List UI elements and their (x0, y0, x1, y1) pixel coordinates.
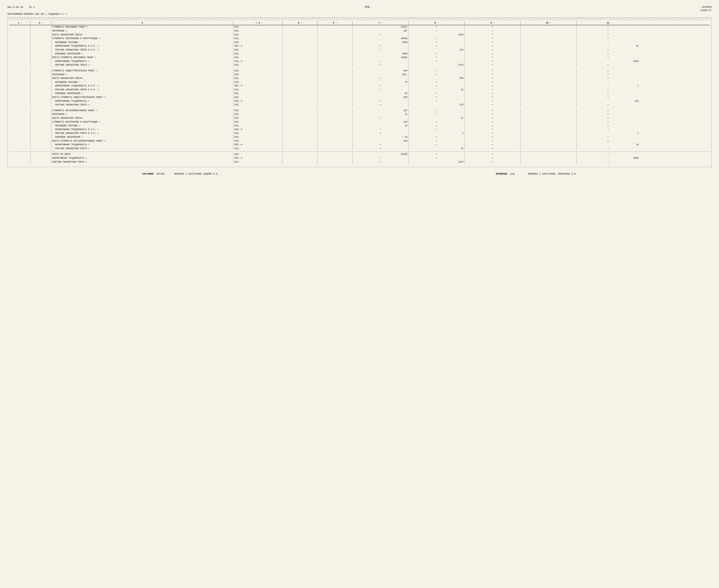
compiled-block: СОСТАВИЛ МЛ/08/ ИНЖЕНЕР 2 КАТЕГОРИИ ХОДО… (142, 173, 219, 175)
table-row: МАТЕРИАЛЫ = Руб. 11 • • • (9, 112, 710, 116)
col-header-8: 8 : (409, 21, 465, 25)
table-row: СТОИМОСТЬ МЕТАЛЛОМОНТАЖНЫХ РАБОТ = Руб. … (9, 109, 710, 113)
table-row: НАКЛАДНЫЕ РАСХОДЫ = Руб. 1004 • • • (9, 41, 710, 44)
table-row: СМЕТНАЯ ЗАРАБОТНАЯ ПЛАТА В Н.Р. = Руб. •… (9, 48, 710, 52)
table-row: ВСЕГО,СТОИМОСТЬ МЕТАЛЛОМОНТАЖНЫХ РАБОТ =… (9, 139, 710, 143)
table-row: ПЛАНОВЫЕ НАКОПЛЕНИЯ = Руб. 43 • • • (9, 92, 710, 96)
compiled-signature: МЛ/08/ (157, 173, 171, 175)
header-right: 1020839 24060-07 (700, 5, 712, 12)
sheet-label: Лл 4 (29, 6, 35, 9)
checked-title: ИНЖЕНЕР 1 КАТЕГОРИИ. БОРИСОВА Л.М. (528, 173, 577, 175)
checked-signature: Ьо§ (510, 173, 525, 175)
table-row: СМЕТНАЯ ЗАРАБОТНАЯ ПЛАТА В Н.Р. = Руб. •… (9, 131, 710, 135)
col-header-1: 1 : (9, 21, 30, 25)
table-row: СМЕТНАЯ ЗАРАБОТНАЯ ПЛАТА = Руб. " 1576 •… (9, 63, 710, 67)
section-gap-2 (9, 107, 710, 109)
header-divider (7, 18, 712, 18)
checked-label: ПРОВЕРИЛ (496, 173, 507, 175)
page-container: 901-6-98 89 Лл 4 -55- 1020839 24060-07 П… (7, 5, 712, 175)
doc-number: 901-6-98 89 (7, 6, 23, 9)
table-row: НАКЛАДНЫЕ РАСХОДЫ = Руб. 76 • • • (9, 80, 710, 84)
table-row: СТОИМОСТЬ МАТЕРИАЛОВ И КОНСТРУКЦИИ = Руб… (9, 37, 710, 41)
table-row: ПЛАНОВЫЕ НАКОПЛЕНИЯ = Руб. \ 16 • • • (9, 135, 710, 139)
col-header-9: 9 : (465, 21, 521, 25)
totals-row-1: ИТОГО ПО СМЕТЕ Руб. 18348 • • • (9, 152, 710, 156)
table-row: МАТЕРИАЛЫ = Руб. 187 • • • (9, 29, 710, 33)
section-1: СТОИМОСТЬ МОНТАЖНЫХ РАБОТ = Руб. 12587 •… (9, 25, 710, 67)
table-row: НОРМАТИВНАЯ ТРУДОЕМКОСТЬ = ЧЕЛ.-Ч • • • … (9, 60, 710, 63)
totals-row-3: СМЕТНАЯ ЗАРАБОТНАЯ ПЛАТА = Руб. • 1870 •… (9, 160, 710, 164)
checked-block: ПРОВЕРИЛ Ьо§ ИНЖЕНЕР 1 КАТЕГОРИИ. БОРИСО… (496, 173, 577, 175)
table-row: СМЕТНАЯ ЗАРАБОТНАЯ ПЛАТА = Руб. • 15 • • (9, 147, 710, 151)
table-row: ВСЕГО,СТОИМОСТЬ МОНТАЖНЫХ РАБОТ = Руб. 1… (9, 56, 710, 60)
table-row: ВСЕГО ЗАРАБОТНАЯ ПЛАТА= Руб. • 266 • • (9, 77, 710, 80)
totals-section: ИТОГО ПО СМЕТЕ Руб. 18348 • • • НОРМАТИВ… (9, 151, 710, 164)
col-header-10: 10 : (520, 21, 577, 25)
section-gap-1 (9, 67, 710, 69)
table-row: СТОИМОСТЬ МОНТАЖНЫХ РАБОТ = Руб. 12587 •… (9, 25, 710, 29)
col-header-4: : / 4 : (233, 21, 283, 25)
table-row: СТОИМОСТЬ ОБЩЕСТРОИТЕЛЬНЫХ РАБОТ = Руб. … (9, 69, 710, 73)
col-header-5: 5 : (283, 21, 317, 25)
section-2: СТОИМОСТЬ ОБЩЕСТРОИТЕЛЬНЫХ РАБОТ = Руб. … (9, 69, 710, 107)
table-row: НОРМАТИВНАЯ ТРУДОЕМКОСТЬ В Н.Р. = ЧЕЛ.-Ч… (9, 128, 710, 132)
table-row: ПЛАНОВЫЕ НАКОПЛЕНИЯ = Руб. 1090 • • • (9, 52, 710, 56)
compiled-title: ИНЖЕНЕР 2 КАТЕГОРИИ ХОДОЯН М.б. (174, 173, 219, 175)
col-header-7: 7 : (353, 21, 409, 25)
table-row: СТОИМОСТЬ МАТЕРИАЛОВ И КОНСТРУКЦИИ = Руб… (9, 120, 710, 124)
sub-id: 24060-07 (700, 9, 712, 12)
table-row: СМЕТНАЯ ЗАРАБОТНАЯ ПЛАТА = Руб. ,• 279 •… (9, 103, 710, 107)
table-row: НАКЛАДНЫЕ РАСХОДЫ = Руб. 16 • • • (9, 124, 710, 128)
col-header-2: 2 : (30, 21, 52, 25)
table-row: НОРМАТИВНАЯ ТРУДОЕМКОСТЬ = ЧЕЛ.-Ч • • • … (9, 99, 710, 103)
main-table: 1 : 2 : 3 : / 4 : 5 : 6 : 7 : 8 : 9 : 10… (7, 20, 712, 167)
table-row: ВСЕГО ЗАРАБОТНАЯ ПЛАТА= Руб. • 1394 • • (9, 33, 710, 37)
page-number: -55- (363, 5, 371, 9)
table-row: НОРМАТИВНАЯ ТРУДОЕМКОСТЬ = ЧЕЛ.-Ч • • • … (9, 143, 710, 147)
table-row: НОРМАТИВНАЯ ТРУДОЕМКОСТЬ В Н.Р. = ЧЕЛ.-Ч… (9, 44, 710, 48)
col-header-11: 11 (577, 21, 640, 25)
signature-section: СОСТАВИЛ МЛ/08/ ИНЖЕНЕР 2 КАТЕГОРИИ ХОДО… (7, 173, 712, 175)
table-row: ВСЕГО,СТОИМОСТЬ ОБЩЕСТРОИТЕЛЬНЫХ РАБОТ =… (9, 96, 710, 99)
header-left: 901-6-98 89 Лл 4 (7, 5, 35, 9)
table-row: ВСЕГО ЗАРАБОТНАЯ ПЛАТА= Руб. • 12 • • (9, 116, 710, 120)
compiled-label: СОСТАВИЛ (142, 173, 153, 175)
table-row: НОРМАТИВНАЯ ТРУДОЕМКОСТЬ В Н.Р. = ЧЕЛ.-Ч… (9, 84, 710, 88)
system-id: 1020839 (700, 5, 712, 9)
col-header-6: 6 : (317, 21, 353, 25)
section-3: СТОИМОСТЬ МЕТАЛЛОМОНТАЖНЫХ РАБОТ = Руб. … (9, 109, 710, 151)
table-row: МАТЕРИАЛЫ = Руб. 198. • • • (9, 73, 710, 77)
subtitle: ПРОГРАММНЫЙ КОМПЛЕКС АВС-3ЕС ( РЕДАКЦИЯ … (7, 13, 712, 16)
totals-row-2: НОРМАТИВНАЯ ТРУДОЕМКОСТЬ = ЧЕЛ.-Ч • • • … (9, 156, 710, 160)
page-header: 901-6-98 89 Лл 4 -55- 1020839 24060-07 (7, 5, 712, 12)
column-headers: 1 : 2 : 3 : / 4 : 5 : 6 : 7 : 8 : 9 : 10… (9, 21, 710, 25)
col-header-3: 3 (52, 21, 233, 25)
table-row: СМЕТНАЯ ЗАРАБОТНАЯ ПЛАТА В Н.Р. = Руб. •… (9, 88, 710, 92)
